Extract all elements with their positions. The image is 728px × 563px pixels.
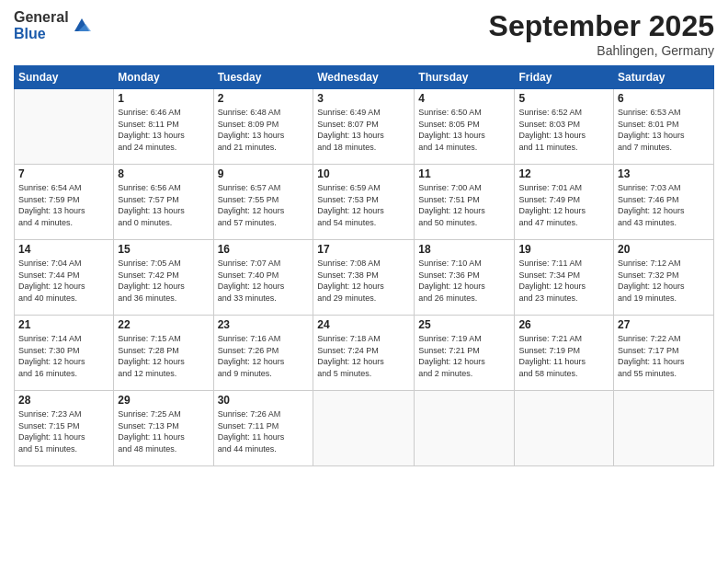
day-number: 26 xyxy=(518,318,609,331)
day-number: 17 xyxy=(317,243,410,256)
day-info: Sunrise: 6:49 AM Sunset: 8:07 PM Dayligh… xyxy=(317,107,410,153)
table-row: 3Sunrise: 6:49 AM Sunset: 8:07 PM Daylig… xyxy=(313,89,415,165)
logo-blue: Blue xyxy=(14,26,69,42)
day-number: 24 xyxy=(317,318,410,331)
day-number: 28 xyxy=(18,394,109,407)
page: General Blue September 2025 Bahlingen, G… xyxy=(0,0,728,563)
table-row: 21Sunrise: 7:14 AM Sunset: 7:30 PM Dayli… xyxy=(15,316,114,391)
day-number: 2 xyxy=(218,92,310,105)
calendar-table: Sunday Monday Tuesday Wednesday Thursday… xyxy=(14,65,714,466)
day-number: 20 xyxy=(618,243,710,256)
day-number: 19 xyxy=(518,243,609,256)
table-row: 22Sunrise: 7:15 AM Sunset: 7:28 PM Dayli… xyxy=(114,316,213,391)
day-number: 13 xyxy=(618,167,710,180)
table-row: 14Sunrise: 7:04 AM Sunset: 7:44 PM Dayli… xyxy=(15,240,114,316)
table-row: 19Sunrise: 7:11 AM Sunset: 7:34 PM Dayli… xyxy=(515,240,614,316)
header: General Blue September 2025 Bahlingen, G… xyxy=(14,9,714,58)
location: Bahlingen, Germany xyxy=(489,43,714,58)
day-info: Sunrise: 7:04 AM Sunset: 7:44 PM Dayligh… xyxy=(18,258,109,304)
calendar-week-2: 7Sunrise: 6:54 AM Sunset: 7:59 PM Daylig… xyxy=(15,165,714,240)
header-friday: Friday xyxy=(515,66,614,89)
table-row: 10Sunrise: 6:59 AM Sunset: 7:53 PM Dayli… xyxy=(313,165,415,240)
day-info: Sunrise: 6:59 AM Sunset: 7:53 PM Dayligh… xyxy=(317,182,410,228)
day-number: 14 xyxy=(18,243,109,256)
calendar-header-row: Sunday Monday Tuesday Wednesday Thursday… xyxy=(15,66,714,89)
day-info: Sunrise: 6:53 AM Sunset: 8:01 PM Dayligh… xyxy=(618,107,710,153)
day-info: Sunrise: 7:18 AM Sunset: 7:24 PM Dayligh… xyxy=(317,333,410,379)
calendar-week-5: 28Sunrise: 7:23 AM Sunset: 7:15 PM Dayli… xyxy=(15,391,714,466)
table-row: 20Sunrise: 7:12 AM Sunset: 7:32 PM Dayli… xyxy=(614,240,714,316)
day-number: 18 xyxy=(418,243,510,256)
day-info: Sunrise: 6:57 AM Sunset: 7:55 PM Dayligh… xyxy=(218,182,310,228)
day-number: 12 xyxy=(518,167,609,180)
day-info: Sunrise: 7:19 AM Sunset: 7:21 PM Dayligh… xyxy=(418,333,510,379)
logo-text: General Blue xyxy=(14,9,69,41)
day-info: Sunrise: 7:05 AM Sunset: 7:42 PM Dayligh… xyxy=(118,258,209,304)
day-number: 8 xyxy=(118,167,209,180)
logo: General Blue xyxy=(14,9,93,41)
table-row: 1Sunrise: 6:46 AM Sunset: 8:11 PM Daylig… xyxy=(114,89,213,165)
day-number: 4 xyxy=(418,92,510,105)
day-info: Sunrise: 7:21 AM Sunset: 7:19 PM Dayligh… xyxy=(518,333,609,379)
header-saturday: Saturday xyxy=(614,66,714,89)
table-row: 15Sunrise: 7:05 AM Sunset: 7:42 PM Dayli… xyxy=(114,240,213,316)
table-row: 24Sunrise: 7:18 AM Sunset: 7:24 PM Dayli… xyxy=(313,316,415,391)
day-number: 27 xyxy=(618,318,710,331)
table-row: 28Sunrise: 7:23 AM Sunset: 7:15 PM Dayli… xyxy=(15,391,114,466)
day-number: 21 xyxy=(18,318,109,331)
table-row xyxy=(614,391,714,466)
table-row: 16Sunrise: 7:07 AM Sunset: 7:40 PM Dayli… xyxy=(213,240,313,316)
table-row: 2Sunrise: 6:48 AM Sunset: 8:09 PM Daylig… xyxy=(213,89,313,165)
day-number: 29 xyxy=(118,394,209,407)
table-row xyxy=(515,391,614,466)
table-row: 26Sunrise: 7:21 AM Sunset: 7:19 PM Dayli… xyxy=(515,316,614,391)
table-row: 11Sunrise: 7:00 AM Sunset: 7:51 PM Dayli… xyxy=(415,165,515,240)
header-sunday: Sunday xyxy=(15,66,114,89)
day-info: Sunrise: 7:16 AM Sunset: 7:26 PM Dayligh… xyxy=(218,333,310,379)
day-info: Sunrise: 6:46 AM Sunset: 8:11 PM Dayligh… xyxy=(118,107,209,153)
logo-icon xyxy=(71,15,93,37)
calendar-week-3: 14Sunrise: 7:04 AM Sunset: 7:44 PM Dayli… xyxy=(15,240,714,316)
table-row xyxy=(15,89,114,165)
table-row: 13Sunrise: 7:03 AM Sunset: 7:46 PM Dayli… xyxy=(614,165,714,240)
table-row: 12Sunrise: 7:01 AM Sunset: 7:49 PM Dayli… xyxy=(515,165,614,240)
table-row: 9Sunrise: 6:57 AM Sunset: 7:55 PM Daylig… xyxy=(213,165,313,240)
table-row: 27Sunrise: 7:22 AM Sunset: 7:17 PM Dayli… xyxy=(614,316,714,391)
day-number: 22 xyxy=(118,318,209,331)
calendar-week-4: 21Sunrise: 7:14 AM Sunset: 7:30 PM Dayli… xyxy=(15,316,714,391)
day-info: Sunrise: 6:56 AM Sunset: 7:57 PM Dayligh… xyxy=(118,182,209,228)
header-thursday: Thursday xyxy=(415,66,515,89)
day-info: Sunrise: 7:07 AM Sunset: 7:40 PM Dayligh… xyxy=(218,258,310,304)
day-number: 1 xyxy=(118,92,209,105)
table-row: 6Sunrise: 6:53 AM Sunset: 8:01 PM Daylig… xyxy=(614,89,714,165)
day-info: Sunrise: 7:26 AM Sunset: 7:11 PM Dayligh… xyxy=(218,408,310,454)
day-info: Sunrise: 7:08 AM Sunset: 7:38 PM Dayligh… xyxy=(317,258,410,304)
day-number: 5 xyxy=(518,92,609,105)
day-info: Sunrise: 6:52 AM Sunset: 8:03 PM Dayligh… xyxy=(518,107,609,153)
table-row: 18Sunrise: 7:10 AM Sunset: 7:36 PM Dayli… xyxy=(415,240,515,316)
table-row: 29Sunrise: 7:25 AM Sunset: 7:13 PM Dayli… xyxy=(114,391,213,466)
calendar-week-1: 1Sunrise: 6:46 AM Sunset: 8:11 PM Daylig… xyxy=(15,89,714,165)
day-info: Sunrise: 7:25 AM Sunset: 7:13 PM Dayligh… xyxy=(118,408,209,454)
day-info: Sunrise: 6:48 AM Sunset: 8:09 PM Dayligh… xyxy=(218,107,310,153)
day-info: Sunrise: 6:54 AM Sunset: 7:59 PM Dayligh… xyxy=(18,182,109,228)
day-number: 9 xyxy=(218,167,310,180)
table-row xyxy=(415,391,515,466)
day-info: Sunrise: 7:00 AM Sunset: 7:51 PM Dayligh… xyxy=(418,182,510,228)
table-row xyxy=(313,391,415,466)
day-number: 3 xyxy=(317,92,410,105)
table-row: 25Sunrise: 7:19 AM Sunset: 7:21 PM Dayli… xyxy=(415,316,515,391)
day-info: Sunrise: 7:14 AM Sunset: 7:30 PM Dayligh… xyxy=(18,333,109,379)
day-number: 10 xyxy=(317,167,410,180)
table-row: 17Sunrise: 7:08 AM Sunset: 7:38 PM Dayli… xyxy=(313,240,415,316)
month-title: September 2025 xyxy=(489,9,714,43)
day-info: Sunrise: 7:23 AM Sunset: 7:15 PM Dayligh… xyxy=(18,408,109,454)
day-info: Sunrise: 7:15 AM Sunset: 7:28 PM Dayligh… xyxy=(118,333,209,379)
day-number: 7 xyxy=(18,167,109,180)
table-row: 8Sunrise: 6:56 AM Sunset: 7:57 PM Daylig… xyxy=(114,165,213,240)
day-number: 11 xyxy=(418,167,510,180)
day-number: 16 xyxy=(218,243,310,256)
logo-general: General xyxy=(14,9,69,26)
header-wednesday: Wednesday xyxy=(313,66,415,89)
day-info: Sunrise: 7:03 AM Sunset: 7:46 PM Dayligh… xyxy=(618,182,710,228)
